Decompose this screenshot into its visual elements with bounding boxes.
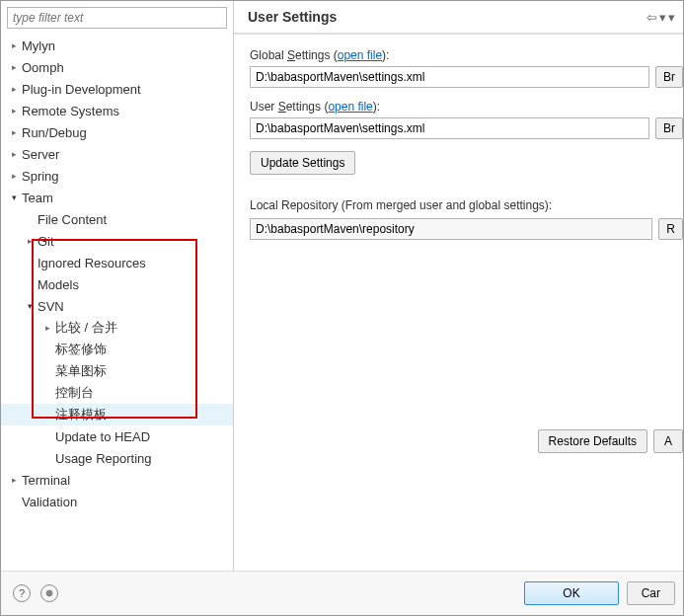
tree-label: Remote Systems (21, 104, 119, 118)
tree-label: 比较 / 合并 (54, 319, 117, 337)
chevron-right-icon[interactable] (7, 106, 21, 116)
update-settings-button[interactable]: Update Settings (250, 151, 355, 175)
tree-item-remote[interactable]: Remote Systems (1, 100, 233, 121)
chevron-right-icon[interactable] (7, 475, 21, 485)
tree-item-mylyn[interactable]: Mylyn (1, 35, 233, 56)
tree-item-svn-menu-icon[interactable]: 菜单图标 (1, 360, 233, 382)
content-area: Mylyn Oomph Plug-in Development Remote S… (1, 1, 683, 571)
local-repo-label: Local Repository (From merged user and g… (250, 198, 683, 212)
tree-label: SVN (37, 299, 64, 314)
cancel-button[interactable]: Car (627, 581, 675, 605)
chevron-down-icon[interactable] (23, 301, 37, 311)
tree-item-svn[interactable]: SVN (1, 295, 233, 317)
tree-label: Terminal (21, 473, 70, 488)
ok-button[interactable]: OK (524, 581, 618, 605)
browse-user-button[interactable]: Br (655, 117, 683, 139)
tree-label: Plug-in Development (21, 82, 141, 97)
help-icon[interactable]: ? (13, 584, 31, 602)
filter-box (7, 7, 227, 29)
tree-item-plugin-dev[interactable]: Plug-in Development (1, 78, 233, 100)
tree-item-ignored[interactable]: Ignored Resources (1, 252, 233, 273)
tree-label: Oomph (21, 60, 64, 75)
chevron-right-icon[interactable] (7, 127, 21, 137)
tree-label: 菜单图标 (54, 362, 107, 380)
tree-item-validation[interactable]: Validation (1, 491, 233, 512)
user-settings-input[interactable] (250, 117, 649, 139)
dialog-button-bar: ? OK Car (1, 571, 683, 615)
preferences-tree: Mylyn Oomph Plug-in Development Remote S… (1, 35, 233, 512)
filter-input[interactable] (7, 7, 227, 29)
apply-button[interactable]: A (653, 429, 683, 453)
tree-label: File Content (37, 212, 107, 227)
user-settings-label: User Settings (open file): (250, 100, 683, 114)
chevron-right-icon[interactable] (23, 236, 37, 246)
page-title: User Settings (248, 9, 337, 25)
tree-item-server[interactable]: Server (1, 143, 233, 165)
chevron-right-icon[interactable] (7, 84, 21, 94)
chevron-right-icon[interactable] (7, 62, 21, 72)
tree-label: Ignored Resources (37, 256, 146, 270)
form-area: Global Settings (open file): Br User Set… (234, 35, 683, 571)
local-repo-input (250, 218, 652, 240)
forward-icon[interactable]: ▾ (659, 10, 666, 25)
tree-item-team[interactable]: Team (1, 187, 233, 208)
tree-label: Usage Reporting (54, 451, 152, 466)
tree-label: 标签修饰 (54, 341, 107, 358)
tree-item-svn-templates[interactable]: 注释模板 (1, 404, 233, 425)
left-panel: Mylyn Oomph Plug-in Development Remote S… (1, 1, 234, 571)
tree-label: Spring (21, 169, 59, 184)
tree-scroll[interactable]: Mylyn Oomph Plug-in Development Remote S… (1, 33, 233, 571)
status-icon[interactable] (40, 584, 58, 602)
tree-label: Update to HEAD (54, 429, 150, 444)
tree-item-models[interactable]: Models (1, 273, 233, 295)
tree-label: Run/Debug (21, 125, 87, 140)
reindex-button[interactable]: R (658, 218, 683, 240)
tree-label: Models (37, 277, 79, 292)
tree-label: Server (21, 147, 59, 162)
chevron-right-icon[interactable] (7, 40, 21, 50)
tree-item-oomph[interactable]: Oomph (1, 56, 233, 78)
tree-item-rundebug[interactable]: Run/Debug (1, 121, 233, 143)
open-file-link[interactable]: open file (338, 48, 382, 62)
tree-item-svn-compare[interactable]: 比较 / 合并 (1, 317, 233, 339)
restore-defaults-button[interactable]: Restore Defaults (538, 429, 647, 453)
chevron-down-icon[interactable] (7, 192, 21, 202)
tree-label: Mylyn (21, 38, 55, 53)
chevron-right-icon[interactable] (7, 149, 21, 159)
page-header: User Settings ⇦ ▾ ▾ (234, 1, 683, 35)
chevron-right-icon[interactable] (40, 323, 54, 333)
back-icon[interactable]: ⇦ (646, 10, 657, 25)
tree-item-terminal[interactable]: Terminal (1, 469, 233, 491)
tree-label: Git (37, 234, 54, 249)
tree-item-svn-usage[interactable]: Usage Reporting (1, 447, 233, 469)
preferences-dialog: Mylyn Oomph Plug-in Development Remote S… (0, 0, 684, 616)
tree-label: 注释模板 (54, 406, 107, 424)
tree-item-git[interactable]: Git (1, 230, 233, 252)
global-settings-label: Global Settings (open file): (250, 48, 683, 62)
tree-item-file-content[interactable]: File Content (1, 208, 233, 230)
tree-item-spring[interactable]: Spring (1, 165, 233, 187)
global-settings-input[interactable] (250, 66, 649, 88)
menu-icon[interactable]: ▾ (668, 10, 675, 25)
tree-label: 控制台 (54, 384, 94, 402)
open-file-link[interactable]: open file (328, 100, 372, 114)
tree-label: Validation (21, 495, 77, 509)
tree-item-svn-console[interactable]: 控制台 (1, 382, 233, 404)
tree-item-svn-update-head[interactable]: Update to HEAD (1, 425, 233, 447)
tree-item-svn-label-dec[interactable]: 标签修饰 (1, 339, 233, 360)
tree-label: Team (21, 191, 53, 205)
chevron-right-icon[interactable] (7, 171, 21, 181)
browse-global-button[interactable]: Br (655, 66, 683, 88)
right-panel: User Settings ⇦ ▾ ▾ Global Settings (ope… (234, 1, 683, 571)
